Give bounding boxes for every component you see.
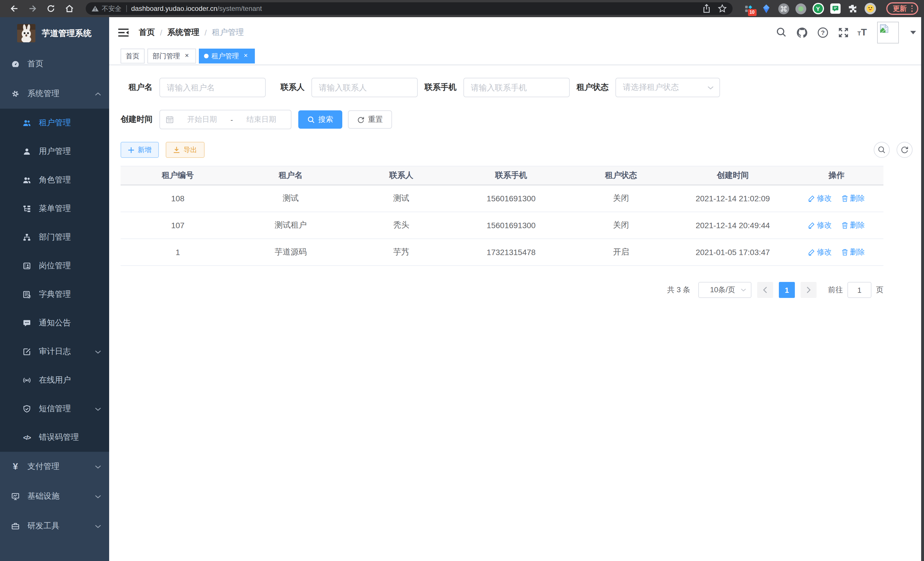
cell-mobile: 17321315478 — [456, 239, 566, 266]
sidebar-item-menu[interactable]: 菜单管理 — [0, 194, 109, 223]
sidebar-item-online-users[interactable]: 在线用户 — [0, 366, 109, 395]
sidebar-item-home[interactable]: 首页 — [0, 49, 109, 79]
address-bar[interactable]: 不安全 dashboard.yudao.iocoder.cn/system/te… — [86, 2, 732, 15]
sidebar-item-sms[interactable]: 短信管理 — [0, 395, 109, 423]
add-button[interactable]: 新增 — [121, 142, 159, 158]
reset-button[interactable]: 重置 — [348, 110, 392, 129]
search-button[interactable]: 搜索 — [298, 110, 342, 129]
tag-tenant[interactable]: 租户管理 — [199, 49, 255, 63]
avatar-dropdown-caret[interactable] — [910, 31, 916, 34]
col-tenant-name: 租户名 — [235, 166, 346, 185]
sidebar-item-user[interactable]: 用户管理 — [0, 137, 109, 166]
sidebar-item-dept[interactable]: 部门管理 — [0, 223, 109, 252]
breadcrumb-system[interactable]: 系统管理 — [167, 27, 200, 38]
github-icon[interactable] — [796, 26, 808, 39]
chevron-down-icon — [95, 494, 101, 498]
delete-link[interactable]: 删除 — [842, 247, 865, 257]
extension-tabs-icon[interactable]: 10 — [742, 3, 754, 14]
sidebar-item-system[interactable]: 系统管理 — [0, 79, 109, 109]
cell-tenant-name: 测试 — [235, 185, 346, 212]
header-search-button[interactable] — [775, 26, 788, 39]
gear-icon — [11, 90, 20, 98]
delete-link[interactable]: 删除 — [842, 193, 865, 204]
cell-actions: 修改 删除 — [790, 212, 884, 239]
sidebar-item-dev-tools[interactable]: 研发工具 — [0, 511, 109, 541]
browser-home-button[interactable] — [62, 1, 76, 16]
share-icon[interactable] — [702, 4, 711, 13]
tag-home[interactable]: 首页 — [121, 49, 145, 63]
window-scrollbar-edge[interactable] — [921, 17, 924, 561]
sidebar-item-post[interactable]: 岗位管理 — [0, 252, 109, 280]
status-select[interactable]: 请选择租户状态 — [615, 78, 720, 97]
sidebar-item-dict[interactable]: 字典管理 — [0, 280, 109, 309]
sidebar-item-role[interactable]: 角色管理 — [0, 166, 109, 194]
next-page-button[interactable] — [801, 282, 817, 298]
browser-reload-button[interactable] — [44, 1, 58, 16]
security-indicator[interactable]: 不安全 — [92, 4, 122, 13]
sidebar-item-notice[interactable]: 通知公告 — [0, 309, 109, 337]
date-range-picker[interactable]: 开始日期 - 结束日期 — [159, 110, 291, 129]
goto-page-input[interactable] — [848, 282, 872, 298]
active-dot — [204, 54, 208, 58]
extension-chat-icon[interactable] — [830, 3, 840, 14]
sidebar-toggle-button[interactable] — [118, 28, 129, 37]
font-size-icon[interactable]: TT — [857, 27, 867, 37]
tenant-name-input[interactable] — [159, 78, 266, 97]
url-text[interactable]: dashboard.yudao.iocoder.cn/system/tenant — [131, 5, 698, 13]
avatar[interactable] — [877, 21, 899, 43]
tenant-table: 租户编号 租户名 联系人 联系手机 租户状态 创建时间 操作 108 测试 — [121, 166, 884, 266]
extension-emoji-avatar[interactable] — [864, 3, 876, 14]
security-label: 不安全 — [102, 4, 122, 13]
sidebar-item-infra[interactable]: 基础设施 — [0, 481, 109, 511]
sidebar-item-error-code[interactable]: </> 错误码管理 — [0, 423, 109, 452]
chevron-right-icon — [806, 287, 811, 293]
tag-dept[interactable]: 部门管理 — [147, 49, 196, 63]
col-contact: 联系人 — [346, 166, 456, 185]
refresh-table-button[interactable] — [897, 142, 913, 158]
download-icon — [173, 146, 180, 153]
mobile-input[interactable] — [464, 78, 570, 97]
extensions-puzzle-icon[interactable] — [847, 3, 858, 14]
table-row: 108 测试 测试 15601691300 关闭 2021-12-14 21:0… — [121, 185, 884, 212]
browser-forward-button[interactable] — [25, 1, 40, 16]
export-button[interactable]: 导出 — [166, 142, 205, 158]
delete-link[interactable]: 删除 — [842, 220, 865, 230]
bookmark-star-icon[interactable] — [717, 4, 727, 13]
show-search-toggle-button[interactable] — [874, 142, 890, 158]
browser-menu-icon[interactable] — [910, 4, 914, 13]
contact-input[interactable] — [311, 78, 418, 97]
extension-green-dot-icon[interactable] — [795, 3, 806, 14]
close-icon[interactable] — [183, 52, 191, 60]
extension-command-icon[interactable] — [778, 3, 789, 14]
cell-actions: 修改 删除 — [790, 239, 884, 266]
extension-balloon-icon[interactable] — [760, 3, 772, 14]
cell-mobile: 15601691300 — [456, 185, 566, 212]
edit-link[interactable]: 修改 — [808, 247, 832, 257]
close-icon[interactable] — [242, 52, 250, 60]
url-host: dashboard.yudao.iocoder.cn — [131, 5, 218, 13]
sidebar-item-tenant[interactable]: 租户管理 — [0, 109, 109, 137]
chevron-left-icon — [763, 287, 767, 293]
edit-link[interactable]: 修改 — [808, 193, 832, 204]
breadcrumb-home[interactable]: 首页 — [139, 27, 155, 38]
sidebar-item-audit-log[interactable]: 审计日志 — [0, 337, 109, 366]
cell-tenant-id: 107 — [121, 212, 235, 239]
sidebar-item-pay[interactable]: ¥ 支付管理 — [0, 452, 109, 481]
plus-icon — [128, 147, 134, 153]
dictionary-icon — [23, 290, 31, 299]
sidebar-logo[interactable]: 芋道管理系统 — [0, 17, 109, 49]
page-size-select[interactable]: 10条/页 — [698, 282, 752, 298]
edit-link[interactable]: 修改 — [808, 220, 832, 230]
tags-view: 首页 部门管理 租户管理 — [109, 47, 924, 65]
help-icon[interactable]: ? — [816, 26, 829, 39]
prev-page-button[interactable] — [757, 282, 773, 298]
monitor-icon — [11, 492, 20, 500]
browser-update-button[interactable]: 更新 — [886, 2, 918, 15]
refresh-icon — [357, 116, 364, 123]
browser-back-button[interactable] — [7, 1, 22, 16]
edit-log-icon — [23, 348, 31, 356]
system-submenu: 租户管理 用户管理 角色管理 菜单管理 — [0, 109, 109, 452]
fullscreen-icon[interactable] — [837, 26, 849, 39]
page-number-1[interactable]: 1 — [779, 282, 795, 298]
extension-y-icon[interactable]: Y — [812, 3, 824, 14]
